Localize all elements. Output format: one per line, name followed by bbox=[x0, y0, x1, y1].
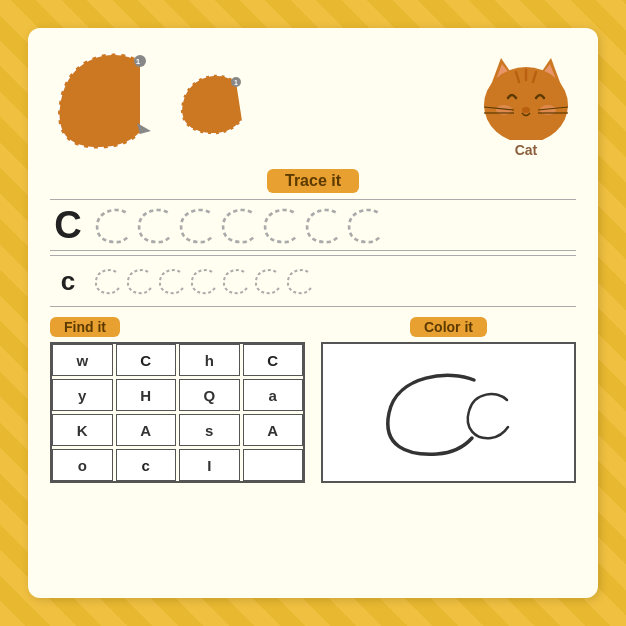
trace-it-badge: Trace it bbox=[267, 169, 359, 193]
grid-cell: C bbox=[243, 344, 304, 376]
dashed-c-2 bbox=[136, 206, 174, 244]
dashed-c-3 bbox=[178, 206, 216, 244]
grid-cell: o bbox=[52, 449, 113, 481]
grid-cell: K bbox=[52, 414, 113, 446]
find-it-box: Find it w C h C y H Q a K A s A o bbox=[50, 317, 305, 483]
dashed-c-lower-7 bbox=[286, 267, 314, 295]
trace-it-header: Trace it bbox=[50, 169, 576, 193]
find-it-badge: Find it bbox=[50, 317, 120, 337]
top-section: 1 1 bbox=[50, 46, 576, 161]
color-it-box: Color it bbox=[321, 317, 576, 483]
grid-cell: A bbox=[243, 414, 304, 446]
color-it-badge: Color it bbox=[410, 317, 487, 337]
bottom-section: Find it w C h C y H Q a K A s A o bbox=[50, 317, 576, 483]
solid-uppercase-c: C bbox=[50, 204, 86, 247]
dashed-c-7 bbox=[346, 206, 384, 244]
small-c-tracing: 1 bbox=[174, 64, 254, 144]
trace-row-uppercase: C bbox=[50, 199, 576, 251]
grid-cell: c bbox=[116, 449, 177, 481]
color-it-svg bbox=[379, 368, 519, 458]
grid-cell: s bbox=[179, 414, 240, 446]
dashed-c-1 bbox=[94, 206, 132, 244]
dashed-c-lower-5 bbox=[222, 267, 250, 295]
color-it-area bbox=[321, 342, 576, 483]
trace-row-lowercase: c bbox=[50, 255, 576, 307]
grid-cell: A bbox=[116, 414, 177, 446]
svg-point-15 bbox=[522, 107, 530, 113]
worksheet: 1 1 bbox=[28, 28, 598, 598]
grid-cell: I bbox=[179, 449, 240, 481]
grid-cell bbox=[243, 449, 304, 481]
svg-text:1: 1 bbox=[234, 79, 238, 86]
grid-cell: w bbox=[52, 344, 113, 376]
letter-grid: w C h C y H Q a K A s A o c I bbox=[50, 342, 305, 483]
dashed-c-lower-1 bbox=[94, 267, 122, 295]
cat-section: Cat bbox=[476, 50, 576, 158]
big-c-tracing: 1 bbox=[50, 46, 170, 161]
dashed-lowercase-row bbox=[94, 267, 576, 295]
dashed-uppercase-row bbox=[94, 206, 576, 244]
dashed-c-lower-2 bbox=[126, 267, 154, 295]
dashed-c-lower-3 bbox=[158, 267, 186, 295]
svg-text:1: 1 bbox=[136, 57, 141, 66]
cat-illustration bbox=[476, 50, 576, 140]
dashed-c-lower-6 bbox=[254, 267, 282, 295]
grid-cell: H bbox=[116, 379, 177, 411]
grid-cell: y bbox=[52, 379, 113, 411]
dashed-c-4 bbox=[220, 206, 258, 244]
grid-cell: h bbox=[179, 344, 240, 376]
dashed-c-6 bbox=[304, 206, 342, 244]
dashed-c-lower-4 bbox=[190, 267, 218, 295]
grid-cell: Q bbox=[179, 379, 240, 411]
letter-display: 1 1 bbox=[50, 46, 456, 161]
dashed-c-5 bbox=[262, 206, 300, 244]
solid-lowercase-c: c bbox=[50, 266, 86, 297]
grid-cell: C bbox=[116, 344, 177, 376]
grid-cell: a bbox=[243, 379, 304, 411]
animal-label: Cat bbox=[515, 142, 538, 158]
